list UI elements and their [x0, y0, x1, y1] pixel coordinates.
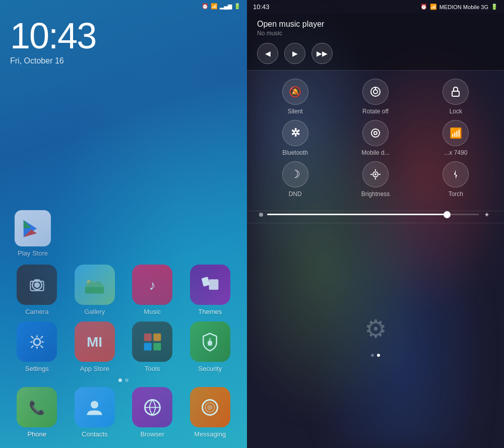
quick-toggles: 🔕 Silent Rotate off	[247, 71, 504, 211]
messaging-label: Messaging	[194, 430, 226, 438]
play-button[interactable]: ▶	[284, 43, 305, 64]
dot-2	[125, 378, 129, 382]
phone-icon-img: 📞	[17, 387, 57, 427]
browser-icon-img	[132, 387, 172, 427]
rotate-toggle[interactable]: Rotate off	[337, 79, 413, 115]
dnd-circle: ☽	[282, 161, 308, 187]
appstore-app[interactable]: MI App Store	[68, 322, 122, 372]
dot-1	[118, 378, 122, 382]
settings-gear-icon[interactable]: ⚙	[364, 314, 387, 344]
brightness-slider[interactable]	[267, 214, 479, 215]
mobile-data-label: Mobile d...	[361, 149, 389, 156]
clock-time: 10:43	[10, 18, 237, 54]
messaging-app[interactable]: Messaging	[183, 387, 237, 438]
brightness-icon	[369, 168, 382, 181]
brightness-toggle[interactable]: Brightness	[337, 161, 413, 198]
svg-point-10	[34, 338, 40, 345]
tools-label: Tools	[145, 365, 160, 372]
appstore-svg: MI	[83, 331, 106, 353]
prev-button[interactable]: ◀	[257, 43, 278, 64]
brightness-circle	[362, 161, 389, 187]
camera-app[interactable]: Camera	[10, 265, 64, 315]
bluetooth-circle: ✲	[282, 120, 308, 146]
rotate-icon	[369, 85, 382, 98]
torch-icon	[449, 168, 462, 181]
music-player-subtitle: No music	[257, 30, 494, 37]
dnd-label: DND	[289, 190, 302, 198]
browser-label: Browser	[140, 430, 164, 438]
brightness-wrapper: ✦	[267, 214, 479, 215]
lock-label: Lock	[450, 108, 462, 115]
signal-icon-left: ▂▄▆	[220, 3, 232, 10]
music-label: Music	[144, 308, 161, 315]
brightness-section: ✦	[247, 211, 504, 223]
wifi-toggle[interactable]: 📶 ...x 7490	[418, 120, 494, 156]
next-icon: ▶▶	[317, 49, 328, 57]
dnd-icon: ☽	[290, 168, 300, 181]
browser-app[interactable]: Browser	[125, 387, 179, 438]
music-app[interactable]: ♪ Music	[125, 265, 179, 315]
right-content: 10:43 ⏰ 📶 MEDION Mobile 3G 🔋 Open music …	[247, 0, 504, 448]
torch-circle	[443, 161, 469, 187]
toggle-row-2: ✲ Bluetooth Mobile d... 📶	[257, 120, 494, 156]
tools-svg	[141, 331, 164, 353]
silent-toggle[interactable]: 🔕 Silent	[257, 79, 333, 115]
themes-app[interactable]: Themes	[183, 265, 237, 315]
toggle-row-1: 🔕 Silent Rotate off	[257, 79, 494, 115]
bluetooth-toggle[interactable]: ✲ Bluetooth	[257, 120, 333, 156]
status-bar-right: 10:43 ⏰ 📶 MEDION Mobile 3G 🔋	[247, 0, 504, 14]
page-dots	[10, 378, 237, 382]
gallery-icon-img	[75, 265, 115, 305]
wifi-label: ...x 7490	[444, 149, 467, 156]
play-store-row: Play Store	[10, 210, 237, 257]
brightness-max-icon: ✦	[484, 211, 490, 219]
tools-app[interactable]: Tools	[125, 322, 179, 372]
wifi-icon-right: 📶	[430, 4, 437, 10]
settings-app[interactable]: Settings	[10, 322, 64, 372]
brightness-thumb[interactable]	[444, 211, 451, 218]
svg-rect-25	[452, 91, 459, 96]
playstore-icon[interactable]: Play Store	[10, 210, 55, 257]
svg-point-26	[371, 129, 380, 137]
svg-point-21	[207, 404, 213, 410]
themes-svg	[199, 274, 221, 296]
phone-label: Phone	[27, 430, 46, 438]
lock-icon	[449, 85, 462, 98]
svg-text:MI: MI	[87, 334, 102, 349]
svg-text:📞: 📞	[29, 399, 45, 415]
security-svg	[199, 331, 221, 353]
mobile-data-toggle[interactable]: Mobile d...	[337, 120, 413, 156]
svg-rect-4	[85, 287, 104, 293]
svg-rect-14	[144, 343, 151, 350]
svg-rect-8	[202, 277, 210, 287]
security-app[interactable]: Security	[183, 322, 237, 372]
phone-app[interactable]: 📞 Phone	[10, 387, 64, 438]
next-button[interactable]: ▶▶	[311, 43, 333, 64]
battery-icon-left: 🔋	[234, 3, 241, 10]
playstore-label: Play Store	[18, 249, 48, 257]
contacts-app[interactable]: Contacts	[68, 387, 122, 438]
alarm-icon-right: ⏰	[420, 4, 427, 10]
music-player-title: Open music player	[257, 20, 494, 29]
contacts-label: Contacts	[82, 430, 107, 438]
music-player-section: Open music player No music ◀ ▶ ▶▶	[247, 14, 504, 70]
playstore-svg	[22, 217, 44, 240]
appstore-icon-img: MI	[75, 322, 115, 362]
svg-rect-12	[144, 333, 151, 341]
svg-text:♪: ♪	[149, 277, 156, 292]
torch-toggle[interactable]: Torch	[418, 161, 494, 198]
app-grid-row1: Camera Gallery ♪	[10, 265, 237, 315]
music-controls: ◀ ▶ ▶▶	[257, 43, 494, 64]
lock-toggle[interactable]: Lock	[418, 79, 494, 115]
svg-rect-13	[153, 333, 161, 341]
camera-svg	[26, 274, 48, 296]
play-icon: ▶	[292, 49, 298, 57]
dnd-toggle[interactable]: ☽ DND	[257, 161, 333, 198]
wifi-circle: 📶	[443, 120, 469, 146]
gallery-app[interactable]: Gallery	[68, 265, 122, 315]
bluetooth-icon: ✲	[291, 126, 300, 140]
tools-icon-img	[132, 322, 172, 362]
torch-label: Torch	[449, 190, 463, 198]
status-bar-left: ⏰ 📶 ▂▄▆ 🔋	[0, 0, 247, 13]
app-grid-row2: Settings MI App Store	[10, 322, 237, 372]
